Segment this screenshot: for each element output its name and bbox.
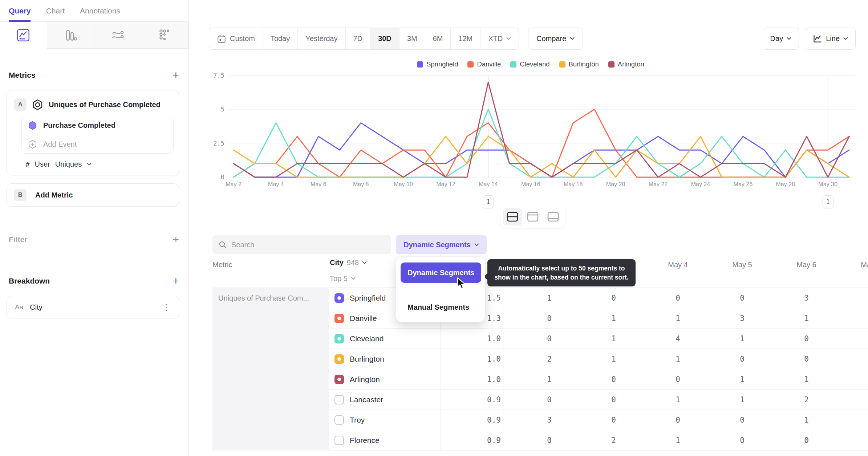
- add-filter-plus-icon[interactable]: +: [173, 234, 179, 245]
- series-line-springfield: [234, 123, 849, 177]
- annotation-badge[interactable]: 1: [483, 195, 494, 208]
- breakdown-item-city[interactable]: Aa City ⋮: [7, 296, 179, 318]
- x-tick-label: May 2: [226, 181, 242, 187]
- tooltip-text: Automatically select up to 50 segments t…: [494, 265, 629, 281]
- segment-day-value: 0: [517, 308, 581, 329]
- column-header-metric: Metric: [212, 261, 232, 269]
- segment-day-value: 0: [581, 390, 646, 410]
- column-header-city[interactable]: City 948: [330, 258, 367, 267]
- segment-day-value: 0: [581, 410, 646, 430]
- chevron-down-icon: [787, 37, 791, 40]
- range-label: Custom: [230, 34, 255, 43]
- measure-type: Uniques: [55, 160, 82, 168]
- segment-day-value: 1: [710, 329, 774, 349]
- chevron-down-icon: [570, 37, 575, 40]
- chevron-down-icon: [506, 37, 511, 40]
- top-n-selector[interactable]: Top 5: [330, 274, 356, 283]
- range-label: 6M: [433, 34, 443, 43]
- segment-row-cleveland: Cleveland1.001410: [329, 329, 868, 349]
- x-tick-label: May 28: [776, 181, 795, 187]
- metric-row-cell: Uniques of Purchase Com...: [212, 288, 329, 451]
- segment-day-value: 1: [646, 308, 710, 329]
- add-metric-card-b[interactable]: B Add Metric: [7, 183, 179, 207]
- tab-annotations[interactable]: Annotations: [80, 0, 120, 22]
- segment-day-value: 1: [774, 410, 839, 430]
- segment-day-value: 0: [710, 288, 774, 308]
- menu-item-dynamic-segments[interactable]: Dynamic Segments: [401, 262, 481, 283]
- segment-name: Lancaster: [350, 390, 383, 410]
- event-row[interactable]: Purchase Completed: [22, 116, 173, 135]
- segment-checkbox[interactable]: [334, 334, 344, 343]
- segment-summary-value: 1.0: [441, 369, 501, 390]
- day-header-may-7: May 7: [839, 261, 868, 269]
- chart-type-line-tab[interactable]: [0, 22, 47, 49]
- annotation-badge[interactable]: 1: [823, 195, 833, 208]
- segment-checkbox[interactable]: [334, 415, 344, 425]
- scatter-chart-icon: [157, 28, 173, 43]
- line-chart: 02.557.5May 2May 4May 6May 8May 10May 12…: [189, 46, 868, 220]
- measure-row[interactable]: # User Uniques: [7, 158, 179, 169]
- layout-split-button[interactable]: [503, 208, 522, 225]
- add-event-row[interactable]: Add Event: [22, 135, 173, 153]
- segment-checkbox[interactable]: [334, 354, 344, 364]
- segment-name: Cleveland: [350, 329, 384, 349]
- search-input[interactable]: [231, 241, 377, 249]
- event-list-card: Purchase Completed Add Event: [21, 116, 174, 154]
- segment-day-value: 1: [646, 390, 710, 410]
- chart-type-bar-tab[interactable]: [47, 22, 94, 49]
- segment-checkbox[interactable]: [334, 375, 344, 384]
- add-breakdown-plus-icon[interactable]: +: [173, 276, 179, 286]
- layout-chart-only-button[interactable]: [523, 208, 542, 225]
- day-header-may-4: May 4: [646, 261, 710, 269]
- segment-search: [212, 235, 391, 254]
- breakdown-title: Breakdown: [9, 277, 50, 285]
- compare-label: Compare: [536, 34, 566, 43]
- layout-split-icon: [506, 211, 519, 222]
- y-tick-label: 7.5: [213, 72, 224, 79]
- granularity-label: Day: [770, 34, 783, 43]
- segment-day-value: 1: [517, 288, 581, 308]
- chart-type-flow-tab[interactable]: [94, 22, 142, 49]
- layout-toggle-group: [500, 205, 565, 228]
- tab-query[interactable]: Query: [9, 0, 31, 22]
- metric-card-title-row[interactable]: A Uniques of Purchase Completed: [7, 90, 179, 116]
- chart-type-scatter-tab[interactable]: [141, 22, 188, 49]
- segment-day-value: 1: [581, 349, 646, 369]
- layout-top-icon: [527, 211, 539, 222]
- filter-title: Filter: [9, 235, 27, 244]
- add-metric-plus-icon[interactable]: +: [173, 70, 179, 81]
- range-label: Yesterday: [305, 34, 337, 43]
- group-by-label: City: [330, 258, 344, 267]
- x-tick-label: May 14: [479, 181, 498, 187]
- segment-checkbox[interactable]: [334, 395, 344, 404]
- segments-dropdown-menu: Dynamic Segments Manual Segments: [396, 256, 485, 322]
- query-sidebar: Query Chart Annotations: [0, 0, 189, 456]
- text-property-icon: Aa: [15, 303, 23, 311]
- segment-day-value: 2: [774, 390, 839, 410]
- tab-chart[interactable]: Chart: [46, 0, 65, 22]
- segment-row-arlington: Arlington1.010011: [329, 369, 868, 390]
- segment-name: Arlington: [350, 369, 380, 390]
- segment-name: Troy: [350, 410, 365, 430]
- top-n-label: Top 5: [330, 274, 348, 283]
- menu-item-manual-segments[interactable]: Manual Segments: [407, 303, 469, 312]
- segment-summary-value: 1.0: [441, 329, 501, 349]
- metric-title: Uniques of Purchase Completed: [49, 101, 161, 109]
- segments-mode-button[interactable]: Dynamic Segments: [396, 235, 487, 254]
- number-type-icon: #: [26, 160, 30, 168]
- breakdown-property-label: City: [30, 303, 162, 312]
- chevron-down-icon: [362, 261, 367, 264]
- segment-day-value: 0: [646, 410, 710, 430]
- chart-type-tab-bar: [0, 22, 188, 49]
- segments-tooltip: Automatically select up to 50 segments t…: [487, 259, 636, 286]
- segment-checkbox[interactable]: [334, 293, 344, 303]
- metric-badge-b: B: [14, 189, 27, 201]
- sidebar-tab-bar: Query Chart Annotations: [0, 0, 188, 22]
- layout-table-only-button[interactable]: [544, 208, 563, 225]
- x-tick-label: May 18: [564, 181, 583, 187]
- segment-checkbox[interactable]: [334, 314, 344, 323]
- range-label: 12M: [458, 34, 472, 43]
- segment-day-value: 3: [710, 308, 774, 329]
- segment-checkbox[interactable]: [334, 436, 344, 445]
- kebab-menu-icon[interactable]: ⋮: [162, 302, 171, 312]
